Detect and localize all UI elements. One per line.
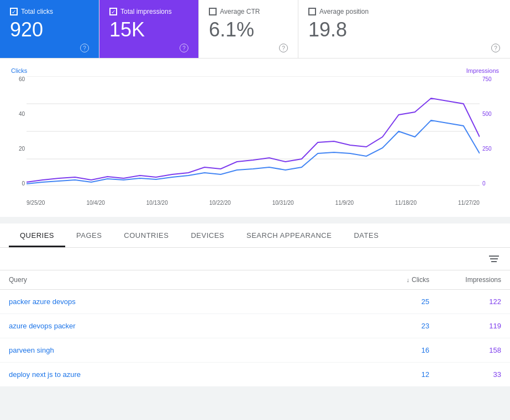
- checkbox-clicks[interactable]: [10, 8, 18, 15]
- tab-devices[interactable]: DEVICES: [180, 224, 235, 247]
- tab-dates[interactable]: DATES: [343, 224, 390, 247]
- tabs-row: QUERIES PAGES COUNTRIES DEVICES SEARCH A…: [0, 224, 510, 248]
- metric-label-ctr: Average CTR: [220, 8, 260, 15]
- metric-footer-impressions: ?: [109, 44, 188, 52]
- checkbox-impressions[interactable]: [109, 8, 117, 15]
- metric-header-impressions: Total impressions: [109, 8, 188, 15]
- chart-impressions-label: Impressions: [466, 67, 499, 74]
- table-row: packer azure devops 25 122: [0, 290, 510, 314]
- table-row: azure devops packer 23 119: [0, 314, 510, 338]
- chart-clicks-label: Clicks: [11, 67, 27, 74]
- metric-label-position: Average position: [319, 8, 369, 15]
- checkbox-position[interactable]: [308, 8, 316, 15]
- table-header: Query ↓ Clicks Impressions: [0, 270, 510, 290]
- metric-header-clicks: Total clicks: [10, 8, 89, 15]
- col-header-impressions: Impressions: [429, 276, 501, 284]
- tab-countries[interactable]: COUNTRIES: [113, 224, 180, 247]
- row-impressions-3: 158: [429, 346, 501, 354]
- row-query-2[interactable]: azure devops packer: [9, 322, 363, 330]
- metric-average-ctr[interactable]: Average CTR 6.1% ?: [199, 0, 298, 58]
- chart-svg: [27, 76, 480, 187]
- metric-footer-position: ?: [308, 44, 500, 52]
- filter-row: [0, 248, 510, 270]
- row-clicks-4: 12: [363, 370, 429, 379]
- chart-container: 60 40 20 0 750 500 250 0: [11, 76, 499, 198]
- metric-header-ctr: Average CTR: [209, 8, 288, 15]
- chart-section: Clicks Impressions 60 40 20 0 750 500 25…: [0, 59, 510, 217]
- metric-value-impressions: 15K: [109, 18, 188, 41]
- help-icon-clicks[interactable]: ?: [80, 44, 89, 52]
- tab-search-appearance[interactable]: SEARCH APPEARANCE: [235, 224, 343, 247]
- col-header-query: Query: [9, 276, 363, 284]
- row-impressions-2: 119: [429, 322, 501, 330]
- help-icon-ctr[interactable]: ?: [279, 44, 288, 52]
- row-impressions-1: 122: [429, 297, 501, 306]
- row-query-4[interactable]: deploy next js to azure: [9, 370, 363, 379]
- chart-inner: [27, 76, 480, 198]
- row-clicks-3: 16: [363, 346, 429, 354]
- table-row: deploy next js to azure 12 33: [0, 363, 510, 387]
- metric-label-impressions: Total impressions: [120, 8, 172, 15]
- chart-labels-top: Clicks Impressions: [11, 67, 499, 74]
- metric-footer-ctr: ?: [209, 44, 288, 52]
- tab-queries[interactable]: QUERIES: [9, 224, 65, 247]
- table-section: QUERIES PAGES COUNTRIES DEVICES SEARCH A…: [0, 224, 510, 387]
- help-icon-position[interactable]: ?: [491, 44, 500, 52]
- metric-value-position: 19.8: [308, 18, 500, 41]
- row-clicks-1: 25: [363, 297, 429, 306]
- metric-footer-clicks: ?: [10, 44, 89, 52]
- row-query-3[interactable]: parveen singh: [9, 346, 363, 354]
- metric-total-clicks[interactable]: Total clicks 920 ?: [0, 0, 99, 58]
- metrics-row: Total clicks 920 ? Total impressions 15K…: [0, 0, 510, 59]
- filter-icon[interactable]: [487, 253, 501, 264]
- metric-value-ctr: 6.1%: [209, 18, 288, 41]
- row-clicks-2: 23: [363, 322, 429, 330]
- checkbox-ctr[interactable]: [209, 8, 217, 15]
- row-query-1[interactable]: packer azure devops: [9, 297, 363, 306]
- metric-total-impressions[interactable]: Total impressions 15K ?: [99, 0, 199, 58]
- col-header-clicks[interactable]: ↓ Clicks: [363, 276, 429, 284]
- help-icon-impressions[interactable]: ?: [180, 44, 188, 52]
- metric-value-clicks: 920: [10, 18, 89, 41]
- metric-label-clicks: Total clicks: [21, 8, 53, 15]
- x-axis-labels: 9/25/20 10/4/20 10/13/20 10/22/20 10/31/…: [11, 200, 499, 206]
- y-axis-left: 60 40 20 0: [11, 76, 25, 187]
- metric-header-position: Average position: [308, 8, 500, 15]
- table-row: parveen singh 16 158: [0, 338, 510, 363]
- tab-pages[interactable]: PAGES: [65, 224, 113, 247]
- row-impressions-4: 33: [429, 370, 501, 379]
- metric-average-position[interactable]: Average position 19.8 ?: [298, 0, 510, 58]
- y-axis-right: 750 500 250 0: [482, 76, 499, 187]
- sort-arrow-icon: ↓: [407, 277, 410, 283]
